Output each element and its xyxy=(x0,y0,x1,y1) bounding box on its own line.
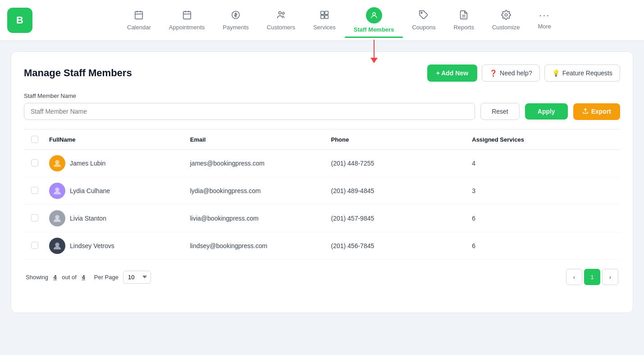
table-row: Lydia Culhane lydia@bookingpress.com (20… xyxy=(24,177,620,205)
svg-rect-16 xyxy=(321,15,324,18)
avatar-lindsey xyxy=(49,238,65,254)
nav-item-services[interactable]: Services xyxy=(304,5,345,35)
svg-point-26 xyxy=(55,215,59,219)
export-icon xyxy=(582,108,589,115)
svg-rect-4 xyxy=(183,11,191,18)
staff-name-input[interactable] xyxy=(24,103,475,120)
add-new-button[interactable]: + Add New xyxy=(427,65,477,82)
filter-section: Staff Member Name Reset Apply Export xyxy=(24,92,620,120)
row-checkbox-4 xyxy=(31,242,49,250)
th-services: Assigned Services xyxy=(472,136,613,143)
svg-rect-14 xyxy=(321,11,324,14)
th-checkbox xyxy=(31,136,49,143)
feature-requests-button[interactable]: 💡 Feature Requests xyxy=(544,65,620,82)
filter-row: Reset Apply Export xyxy=(24,103,620,120)
nav-reports-label: Reports xyxy=(453,24,474,31)
pagination-info: Showing 4 out of 4 xyxy=(26,274,85,281)
nav-items-container: Calendar Appointments Payments Customers xyxy=(41,3,637,37)
showing-count: 4 xyxy=(54,274,57,281)
reports-icon xyxy=(459,10,469,21)
svg-point-22 xyxy=(505,14,507,16)
svg-point-12 xyxy=(279,11,281,14)
row-4-email: lindsey@bookingpress.com xyxy=(190,242,331,249)
nav-item-customize[interactable]: Customize xyxy=(483,5,529,35)
filter-label: Staff Member Name xyxy=(24,92,620,99)
row-2-name: Lydia Culhane xyxy=(70,187,110,194)
row-3-phone: (201) 457-9845 xyxy=(331,215,472,222)
table-row: Livia Stanton livia@bookingpress.com (20… xyxy=(24,205,620,232)
row-2-phone: (201) 489-4845 xyxy=(331,187,472,194)
avatar-james xyxy=(49,155,65,171)
pagination-controls: ‹ 1 › xyxy=(566,269,618,285)
table-row: Lindsey Vetrovs lindsey@bookingpress.com… xyxy=(24,232,620,260)
row-4-name: Lindsey Vetrovs xyxy=(70,242,114,249)
reset-button[interactable]: Reset xyxy=(480,103,520,120)
row-3-services: 6 xyxy=(472,215,613,222)
page-1-button[interactable]: 1 xyxy=(584,269,600,285)
nav-customize-label: Customize xyxy=(492,24,520,31)
svg-point-19 xyxy=(421,12,422,14)
prev-page-button[interactable]: ‹ xyxy=(566,269,582,285)
apply-button[interactable]: Apply xyxy=(525,103,568,120)
svg-rect-15 xyxy=(325,11,328,14)
table-row: James Lubin james@bookingpress.com (201)… xyxy=(24,150,620,177)
need-help-button[interactable]: ❓ Need help? xyxy=(482,65,540,82)
nav-services-label: Services xyxy=(313,24,336,31)
per-page-label: Per Page xyxy=(94,274,119,281)
avatar-lydia xyxy=(49,183,65,199)
services-icon xyxy=(320,10,329,21)
pagination-left: Showing 4 out of 4 Per Page 10 25 50 100 xyxy=(26,271,151,284)
th-email: Email xyxy=(190,136,331,143)
per-page-select[interactable]: 10 25 50 100 xyxy=(123,271,151,284)
table-header: FullName Email Phone Assigned Services xyxy=(24,129,620,150)
row-1-checkbox[interactable] xyxy=(31,159,38,166)
row-4-phone: (201) 456-7845 xyxy=(331,242,472,249)
main-content: Manage Staff Members + Add New ❓ Need he… xyxy=(0,41,644,324)
staff-table: FullName Email Phone Assigned Services J… xyxy=(24,129,620,260)
svg-rect-17 xyxy=(325,15,328,18)
select-all-checkbox[interactable] xyxy=(31,136,38,143)
nav-more-label: More xyxy=(538,23,551,30)
showing-total: 4 xyxy=(82,274,85,281)
export-button[interactable]: Export xyxy=(573,103,620,120)
row-checkbox-2 xyxy=(31,187,49,195)
feature-requests-label: Feature Requests xyxy=(562,69,612,77)
next-page-button[interactable]: › xyxy=(602,269,618,285)
svg-point-18 xyxy=(373,13,375,15)
pagination-row: Showing 4 out of 4 Per Page 10 25 50 100… xyxy=(24,260,620,285)
help-icon: ❓ xyxy=(489,69,497,77)
row-1-services: 4 xyxy=(472,160,613,167)
nav-customers-label: Customers xyxy=(267,24,295,31)
row-3-name: Livia Stanton xyxy=(70,215,106,222)
nav-item-appointments[interactable]: Appointments xyxy=(160,5,214,35)
nav-item-more[interactable]: ··· More xyxy=(529,6,560,34)
need-help-label: Need help? xyxy=(500,69,532,77)
row-3-checkbox[interactable] xyxy=(31,214,38,221)
svg-rect-0 xyxy=(135,11,143,18)
page-title: Manage Staff Members xyxy=(24,67,132,79)
nav-item-staff-members[interactable]: Staff Members xyxy=(345,3,403,37)
appointments-icon xyxy=(182,10,192,21)
nav-item-coupons[interactable]: Coupons xyxy=(403,5,444,35)
row-2-services: 3 xyxy=(472,187,613,194)
nav-item-calendar[interactable]: Calendar xyxy=(118,5,160,35)
row-2-checkbox[interactable] xyxy=(31,187,38,194)
card-header: Manage Staff Members + Add New ❓ Need he… xyxy=(24,65,620,82)
customize-icon xyxy=(501,10,511,21)
app-logo: B xyxy=(7,8,32,33)
arrow-indicator xyxy=(370,40,378,63)
th-phone: Phone xyxy=(331,136,472,143)
nav-item-customers[interactable]: Customers xyxy=(258,5,304,35)
nav-item-payments[interactable]: Payments xyxy=(214,5,258,35)
top-navigation: B Calendar Appointments Payments Custom xyxy=(0,0,644,41)
row-2-name-cell: Lydia Culhane xyxy=(49,183,190,199)
feature-icon: 💡 xyxy=(552,69,560,77)
nav-appointments-label: Appointments xyxy=(169,24,205,31)
nav-coupons-label: Coupons xyxy=(412,24,435,31)
nav-item-reports[interactable]: Reports xyxy=(444,5,483,35)
staff-members-icon xyxy=(366,7,382,23)
row-4-checkbox[interactable] xyxy=(31,242,38,249)
coupons-icon xyxy=(419,10,429,21)
customers-icon xyxy=(276,10,286,21)
row-3-name-cell: Livia Stanton xyxy=(49,210,190,226)
